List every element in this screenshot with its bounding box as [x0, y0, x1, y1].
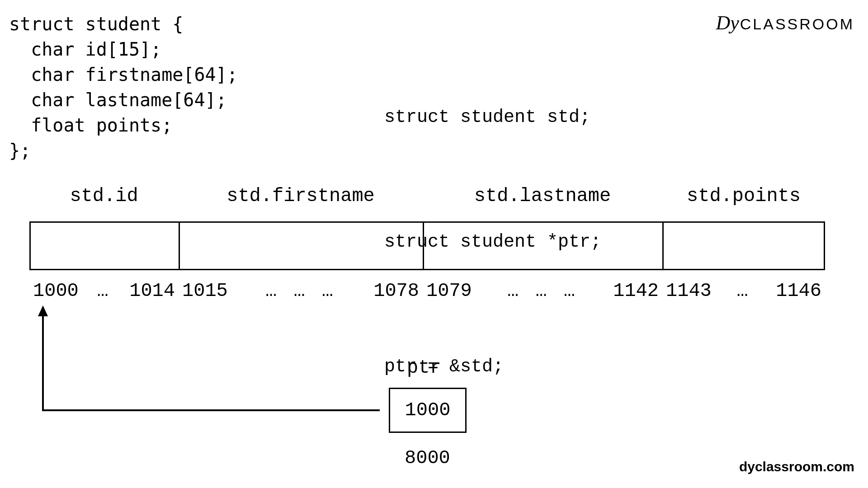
pointer-value: 1000	[405, 399, 451, 421]
cell-points	[664, 223, 824, 269]
struct-definition-code: struct student { char id[15]; char first…	[9, 11, 238, 163]
addr-range-firstname: 1015 … … … 1078	[179, 280, 423, 302]
addr-id-end: 1014	[129, 280, 175, 302]
addr-range-id: 1000 … 1014	[29, 280, 179, 302]
ellipsis-icon: … … …	[472, 280, 613, 302]
label-id: std.id	[29, 185, 179, 207]
site-attribution: dyclassroom.com	[739, 459, 854, 474]
label-firstname: std.firstname	[179, 185, 423, 207]
addr-range-points: 1143 … 1146	[662, 280, 825, 302]
ellipsis-icon: …	[79, 280, 129, 302]
code-line-1: struct student std;	[384, 97, 601, 138]
memory-cells	[29, 221, 825, 270]
pointer-arrow-icon	[36, 305, 384, 414]
addr-ln-start: 1079	[426, 280, 472, 302]
logo-text: CLASSROOM	[740, 15, 854, 33]
logo-script: Dy	[716, 12, 739, 34]
pointer-box: 1000	[389, 388, 467, 433]
addr-pt-start: 1143	[666, 280, 712, 302]
addr-fn-end: 1078	[373, 280, 419, 302]
address-labels-row: 1000 … 1014 1015 … … … 1078 1079 … … … 1…	[29, 280, 825, 302]
label-lastname: std.lastname	[423, 185, 662, 207]
addr-range-lastname: 1079 … … … 1142	[423, 280, 662, 302]
addr-ln-end: 1142	[613, 280, 659, 302]
ellipsis-icon: …	[712, 280, 776, 302]
pointer-address: 8000	[405, 447, 450, 469]
addr-id-start: 1000	[33, 280, 79, 302]
addr-pt-end: 1146	[776, 280, 821, 302]
cell-id	[31, 223, 180, 269]
label-points: std.points	[662, 185, 825, 207]
brand-logo: DyCLASSROOM	[716, 11, 854, 34]
addr-fn-start: 1015	[182, 280, 228, 302]
field-labels-row: std.id std.firstname std.lastname std.po…	[29, 185, 825, 207]
pointer-label: ptr	[407, 357, 441, 379]
cell-lastname	[424, 223, 664, 269]
ellipsis-icon: … … …	[228, 280, 373, 302]
cell-firstname	[180, 223, 424, 269]
